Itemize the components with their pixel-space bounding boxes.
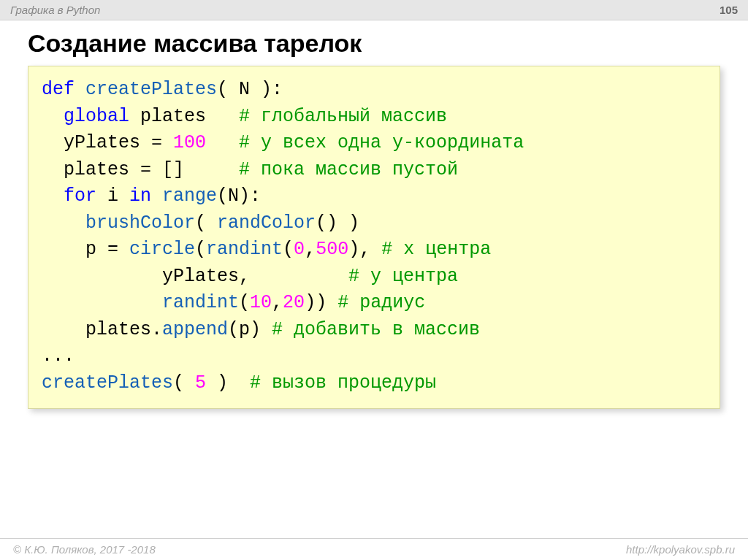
func-circle: circle (129, 239, 195, 260)
page-number: 105 (720, 4, 738, 16)
code-text: () ) (316, 212, 359, 234)
func-brushcolor: brushColor (85, 212, 195, 234)
code-text: ( (239, 292, 250, 313)
number-literal: 500 (316, 239, 348, 260)
code-text: ) (206, 372, 250, 394)
chapter-title: Графика в Python (10, 4, 100, 16)
number-literal: 10 (250, 292, 272, 313)
func-args: ( N ): (217, 79, 283, 100)
footer-bar: © К.Ю. Поляков, 2017 -2018 http://kpolya… (0, 538, 748, 560)
number-literal: 5 (195, 372, 206, 394)
code-text (42, 292, 162, 313)
code-text (206, 132, 239, 153)
comment: # x центра (381, 239, 491, 260)
func-randint: randint (206, 239, 283, 260)
code-text: ( (173, 372, 195, 394)
code-text: plates. (85, 319, 162, 340)
slide: Графика в Python 105 Создание массива та… (0, 0, 748, 560)
func-randint: randint (162, 292, 239, 313)
code-text: plates = [] (64, 159, 239, 180)
number-literal: 100 (173, 132, 206, 153)
func-name: createPlates (85, 79, 217, 100)
code-text: (p) (228, 319, 272, 340)
number-literal: 0 (294, 239, 305, 260)
code-text: )) (305, 292, 337, 313)
keyword-global: global (64, 106, 129, 127)
code-text: , (305, 239, 316, 260)
keyword-def: def (42, 79, 75, 100)
code-ellipsis: ... (42, 345, 75, 367)
code-text: , (272, 292, 283, 313)
keyword-in: in (129, 185, 151, 207)
code-text (151, 185, 162, 207)
func-append: append (162, 319, 228, 340)
copyright-text: © К.Ю. Поляков, 2017 -2018 (13, 543, 156, 556)
code-text: p = (85, 239, 129, 260)
code-text: yPlates = (64, 132, 173, 153)
code-text: i (96, 185, 129, 207)
keyword-for: for (64, 185, 96, 207)
code-text: (N): (217, 185, 261, 207)
comment: # добавить в массив (272, 319, 480, 340)
code-text: plates (129, 106, 239, 127)
func-call: createPlates (42, 372, 173, 394)
comment: # вызов процедуры (250, 372, 436, 394)
comment: # глобальный массив (239, 106, 447, 127)
comment: # пока массив пустой (239, 159, 458, 180)
func-randcolor: randColor (217, 212, 316, 234)
slide-title: Создание массива тарелок (28, 29, 362, 58)
code-text: ( (195, 212, 217, 234)
comment: # радиус (337, 292, 425, 313)
number-literal: 20 (283, 292, 305, 313)
func-range: range (162, 185, 217, 207)
footer-url: http://kpolyakov.spb.ru (626, 543, 735, 556)
code-text: ( (283, 239, 294, 260)
code-text: yPlates, (42, 266, 348, 287)
comment: # у всех одна y-координата (239, 132, 524, 153)
header-bar: Графика в Python 105 (0, 0, 748, 20)
code-block: def createPlates( N ): global plates # г… (28, 66, 720, 409)
code-text: ), (348, 239, 381, 260)
comment: # y центра (348, 266, 458, 287)
code-text: ( (195, 239, 206, 260)
